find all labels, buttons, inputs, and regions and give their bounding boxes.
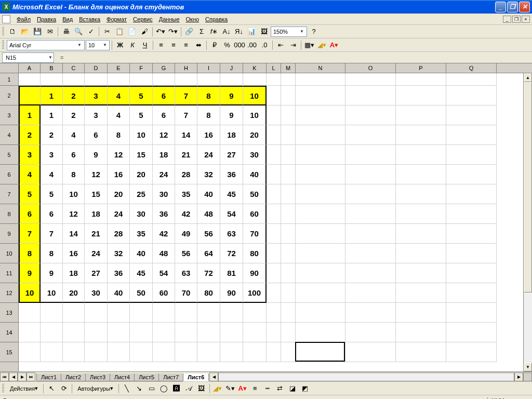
copy-button[interactable]: 📋 — [114, 26, 125, 37]
cell[interactable] — [267, 145, 281, 165]
cell[interactable]: 15 — [85, 184, 108, 204]
cell[interactable]: 10 — [19, 283, 41, 303]
cell[interactable]: 24 — [197, 145, 220, 165]
cell[interactable]: 16 — [197, 125, 220, 145]
cell[interactable]: 56 — [175, 244, 197, 263]
print-button[interactable]: 🖶 — [60, 26, 72, 37]
decrease-indent-button[interactable]: ⇤ — [275, 39, 286, 51]
cell[interactable] — [296, 86, 345, 105]
cell[interactable]: 32 — [108, 244, 130, 263]
font-color-button[interactable]: A▾ — [237, 383, 248, 394]
row-header[interactable]: 5 — [0, 145, 18, 165]
row-header[interactable]: 15 — [0, 342, 18, 362]
cell[interactable] — [243, 342, 267, 362]
cell[interactable]: 72 — [220, 244, 243, 263]
mdi-minimize[interactable]: _ — [503, 16, 511, 23]
cell[interactable] — [446, 342, 497, 362]
help-button[interactable]: ? — [308, 26, 320, 37]
oval-button[interactable]: ◯ — [158, 383, 170, 394]
cell[interactable]: 35 — [175, 184, 197, 204]
cell[interactable]: 6 — [19, 204, 41, 224]
cell[interactable] — [345, 184, 396, 204]
cell[interactable] — [296, 184, 345, 204]
cell[interactable] — [267, 125, 281, 145]
cell[interactable]: 24 — [85, 244, 108, 263]
row-header[interactable]: 9 — [0, 224, 18, 244]
cell[interactable] — [296, 125, 345, 145]
row-header[interactable]: 6 — [0, 165, 18, 184]
clipart-button[interactable]: 🖼 — [196, 383, 207, 394]
cell[interactable]: 50 — [130, 283, 153, 303]
cell[interactable]: 42 — [153, 224, 175, 244]
cell[interactable] — [281, 283, 296, 303]
row-header[interactable]: 14 — [0, 323, 18, 342]
cell[interactable] — [281, 73, 296, 86]
cell[interactable] — [267, 244, 281, 263]
column-header[interactable]: P — [396, 63, 446, 73]
cell[interactable]: 7 — [175, 86, 197, 105]
cell[interactable] — [446, 125, 497, 145]
cell[interactable]: 1 — [41, 105, 63, 125]
borders-button[interactable]: ▦▾ — [303, 39, 315, 51]
cell[interactable] — [63, 323, 85, 342]
cell[interactable] — [267, 184, 281, 204]
cell[interactable]: 90 — [220, 283, 243, 303]
menu-edit[interactable]: Правка — [34, 15, 59, 23]
cell[interactable] — [345, 125, 396, 145]
column-header[interactable]: Q — [446, 63, 497, 73]
cell[interactable]: 6 — [63, 145, 85, 165]
sheet-tab[interactable]: Лист3 — [85, 374, 110, 381]
cell[interactable]: 28 — [108, 224, 130, 244]
cell[interactable] — [85, 342, 108, 362]
menu-file[interactable]: Файл — [14, 15, 34, 23]
cell[interactable] — [19, 342, 41, 362]
open-button[interactable]: 📂 — [19, 26, 31, 37]
cell[interactable] — [220, 342, 243, 362]
toolbar-handle[interactable] — [2, 384, 4, 393]
currency-button[interactable]: ₽ — [209, 39, 220, 51]
decrease-decimal-button[interactable]: .0 — [259, 39, 270, 51]
cell[interactable] — [446, 184, 497, 204]
cut-button[interactable]: ✂ — [101, 26, 113, 37]
increase-decimal-button[interactable]: .00 — [246, 39, 258, 51]
row-header[interactable]: 2 — [0, 86, 18, 105]
cell[interactable]: 70 — [175, 283, 197, 303]
cell[interactable] — [396, 224, 446, 244]
sort-asc-button[interactable]: A↓ — [221, 26, 232, 37]
cell[interactable] — [130, 303, 153, 323]
cell[interactable]: 7 — [19, 224, 41, 244]
cell[interactable]: 14 — [175, 125, 197, 145]
mdi-close[interactable]: × — [522, 16, 530, 23]
format-painter-button[interactable]: 🖌 — [139, 26, 150, 37]
cell[interactable] — [41, 73, 63, 86]
cell[interactable]: 36 — [220, 165, 243, 184]
column-header[interactable]: N — [296, 63, 345, 73]
preview-button[interactable]: 🔍 — [73, 26, 84, 37]
cell[interactable]: 54 — [220, 204, 243, 224]
row-header[interactable]: 1 — [0, 73, 18, 86]
cell[interactable]: 2 — [63, 86, 85, 105]
cell[interactable]: 3 — [41, 145, 63, 165]
cell[interactable] — [446, 86, 497, 105]
column-header[interactable]: J — [220, 63, 243, 73]
line-style-button[interactable]: ≡ — [249, 383, 261, 394]
cell[interactable] — [345, 204, 396, 224]
cell[interactable] — [281, 303, 296, 323]
cell[interactable] — [243, 303, 267, 323]
cell[interactable] — [296, 224, 345, 244]
cell[interactable]: 36 — [108, 263, 130, 283]
cell[interactable]: 20 — [243, 125, 267, 145]
cell[interactable]: 15 — [130, 145, 153, 165]
column-header[interactable]: H — [175, 63, 197, 73]
scroll-up-button[interactable]: ▲ — [524, 73, 532, 82]
chart-button[interactable]: 📊 — [246, 26, 257, 37]
cell[interactable] — [153, 303, 175, 323]
cell[interactable]: 40 — [243, 165, 267, 184]
cell[interactable] — [175, 303, 197, 323]
cell[interactable] — [296, 73, 345, 86]
cell[interactable] — [396, 105, 446, 125]
tab-nav-first[interactable]: ⏮ — [0, 373, 9, 381]
cell[interactable]: 18 — [63, 263, 85, 283]
horizontal-scrollbar[interactable]: ◀ ▶ — [209, 373, 523, 381]
cell[interactable]: 90 — [243, 263, 267, 283]
